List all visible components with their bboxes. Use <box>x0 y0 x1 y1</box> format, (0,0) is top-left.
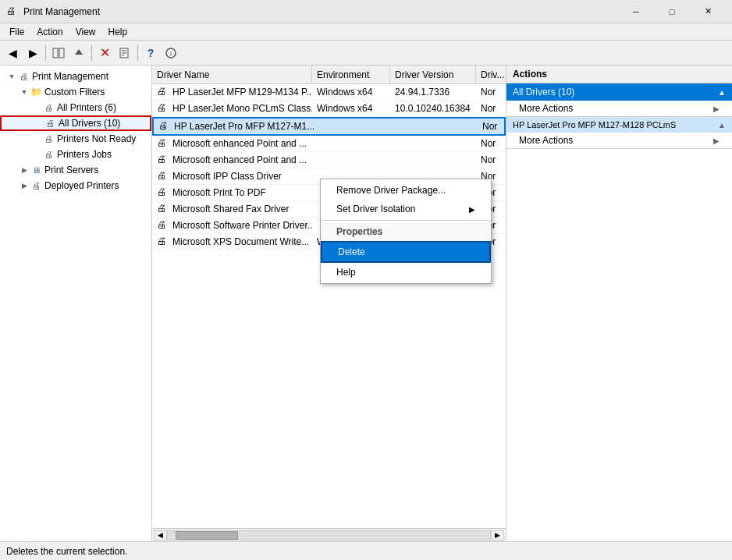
up-button[interactable] <box>69 44 88 62</box>
close-button[interactable]: ✕ <box>690 0 726 23</box>
context-menu-item-set-isolation[interactable]: Set Driver Isolation ▶ <box>321 200 491 218</box>
row-icon: 🖨 <box>157 219 169 232</box>
row-icon: 🖨 <box>157 170 169 183</box>
main-container: ▼ 🖨 Print Management ▼ 📁 Custom Filters … <box>0 66 732 541</box>
context-menu-properties-header: Properties <box>321 222 491 241</box>
tree-item-print-servers[interactable]: ▶ 🖥 Print Servers <box>0 162 151 178</box>
row-icon: 🖨 <box>157 186 169 199</box>
toolbar: ◀ ▶ ✕ ? i <box>0 41 732 66</box>
table-row[interactable]: 🖨 HP LaserJet MFP M129-M134 P... Windows… <box>152 84 506 101</box>
col-header-driver-version[interactable]: Driver Version <box>390 66 476 83</box>
cell-name: 🖨 Microsoft IPP Class Driver <box>152 168 312 184</box>
svg-rect-1 <box>59 48 64 58</box>
back-button[interactable]: ◀ <box>3 44 22 62</box>
cell-name: 🖨 Microsoft Software Printer Driver... <box>152 218 312 233</box>
status-text: Deletes the current selection. <box>6 546 127 557</box>
col-label-driver-version: Driver Version <box>395 69 453 80</box>
tree-item-printers-jobs[interactable]: ▶ 🖨 Printers Jobs <box>0 147 151 162</box>
tree-label-all-drivers: All Drivers (10) <box>59 118 120 129</box>
tree-label-custom-filters: Custom Filters <box>44 87 105 97</box>
tree-pane: ▼ 🖨 Print Management ▼ 📁 Custom Filters … <box>0 66 152 541</box>
tree-item-deployed-printers[interactable]: ▶ 🖨 Deployed Printers <box>0 178 151 193</box>
export-button[interactable] <box>115 44 134 62</box>
table-row[interactable]: 🖨 HP LaserJet Mono PCLmS Class... Window… <box>152 101 506 117</box>
properties-button[interactable]: i <box>162 44 180 62</box>
tree-label-deployed-printers: Deployed Printers <box>44 180 119 191</box>
show-tree-button[interactable] <box>49 44 68 62</box>
row-icon: 🖨 <box>157 154 169 166</box>
toolbar-separator-3 <box>137 45 138 61</box>
context-menu-separator <box>321 220 491 221</box>
menu-help[interactable]: Help <box>102 23 134 41</box>
cell-env <box>312 136 390 151</box>
cell-name: 🖨 Microsoft Print To PDF <box>152 185 312 200</box>
row-icon: 🖨 <box>157 86 169 98</box>
tree-toggle-dp: ▶ <box>19 180 30 191</box>
tree-label-printers-not-ready: Printers Not Ready <box>57 133 136 144</box>
col-header-driver-name[interactable]: Driver Name <box>152 66 312 83</box>
tree-item-all-drivers[interactable]: ▶ 🖨 All Drivers (10) <box>0 115 151 131</box>
cell-name: 🖨 Microsoft XPS Document Write... <box>152 234 312 250</box>
minimize-button[interactable]: ─ <box>618 0 654 23</box>
printer-icon: 🖨 <box>17 70 30 83</box>
menu-file[interactable]: File <box>3 23 30 41</box>
action-section-label-hp: HP LaserJet Pro MFP M127-M128 PCLmS <box>513 120 718 129</box>
window-controls: ─ □ ✕ <box>618 0 726 23</box>
cell-name: 🖨 HP LaserJet MFP M129-M134 P... <box>152 84 312 100</box>
actions-pane: Actions All Drivers (10) ▲ More Actions … <box>506 66 732 541</box>
tree-label-print-servers: Print Servers <box>44 165 98 175</box>
context-menu-item-remove-driver[interactable]: Remove Driver Package... <box>321 181 491 200</box>
menu-view[interactable]: View <box>69 23 102 41</box>
tree-label-print-management: Print Management <box>32 71 108 82</box>
menu-action[interactable]: Action <box>30 23 69 41</box>
status-bar: Deletes the current selection. <box>0 541 732 560</box>
row-icon: 🖨 <box>158 120 171 133</box>
cell-type: Nor <box>478 119 504 134</box>
delete-button[interactable]: ✕ <box>95 44 114 62</box>
table-row[interactable]: 🖨 Microsoft enhanced Point and ... Nor <box>152 152 506 168</box>
help-button[interactable]: ? <box>141 44 160 62</box>
col-header-driver-type[interactable]: Driv... <box>476 66 506 83</box>
section-collapse-icon-hp: ▲ <box>718 121 726 129</box>
scrollbar-track[interactable] <box>167 530 491 541</box>
cell-name: 🖨 HP LaserJet Mono PCLmS Class... <box>152 101 312 116</box>
cell-name: 🖨 HP LaserJet Pro MFP M127-M1... <box>154 119 314 134</box>
app-icon: 🖨 <box>6 5 19 18</box>
action-section-label-all-drivers: All Drivers (10) <box>513 87 574 97</box>
action-section-header-hp[interactable]: HP LaserJet Pro MFP M127-M128 PCLmS ▲ <box>506 117 732 133</box>
row-icon: 🖨 <box>157 236 169 248</box>
col-header-environment[interactable]: Environment <box>312 66 390 83</box>
more-actions-arrow-1: ▶ <box>713 105 720 113</box>
maximize-button[interactable]: □ <box>654 0 690 23</box>
col-label-driver-name: Driver Name <box>157 69 209 80</box>
context-menu-item-delete[interactable]: Delete <box>321 241 491 263</box>
cell-name: 🖨 Microsoft enhanced Point and ... <box>152 136 312 151</box>
tree-item-print-management[interactable]: ▼ 🖨 Print Management <box>0 69 151 84</box>
toolbar-separator-1 <box>45 45 46 61</box>
col-label-environment: Environment <box>317 69 369 80</box>
cell-env: Windows x64 <box>312 101 390 116</box>
table-header: Driver Name Environment Driver Version D… <box>152 66 506 84</box>
table-row[interactable]: 🖨 Microsoft enhanced Point and ... Nor <box>152 136 506 152</box>
col-label-driver-type: Driv... <box>481 69 504 80</box>
scroll-right-button[interactable]: ▶ <box>491 530 504 541</box>
row-icon: 🖨 <box>157 102 169 115</box>
cell-ver <box>390 152 476 168</box>
action-more-actions-2[interactable]: More Actions ▶ <box>506 133 732 148</box>
tree-item-printers-not-ready[interactable]: ▶ 🖨 Printers Not Ready <box>0 131 151 147</box>
table-row-selected[interactable]: 🖨 HP LaserJet Pro MFP M127-M1... Nor <box>152 117 506 136</box>
action-more-actions-1[interactable]: More Actions ▶ <box>506 101 732 116</box>
toolbar-separator-2 <box>91 45 92 61</box>
scrollbar-thumb[interactable] <box>176 531 238 540</box>
context-menu: Remove Driver Package... Set Driver Isol… <box>320 179 492 284</box>
scroll-left-button[interactable]: ◀ <box>154 530 167 541</box>
cell-ver <box>392 119 478 134</box>
horizontal-scrollbar[interactable]: ◀ ▶ <box>152 528 506 541</box>
tree-item-custom-filters[interactable]: ▼ 📁 Custom Filters <box>0 84 151 100</box>
context-menu-item-help[interactable]: Help <box>321 263 491 282</box>
tree-toggle-cf: ▼ <box>19 87 30 97</box>
action-section-header-all-drivers[interactable]: All Drivers (10) ▲ <box>506 83 732 101</box>
forward-button[interactable]: ▶ <box>23 44 42 62</box>
row-icon: 🖨 <box>157 203 169 215</box>
tree-item-all-printers[interactable]: ▶ 🖨 All Printers (6) <box>0 100 151 115</box>
